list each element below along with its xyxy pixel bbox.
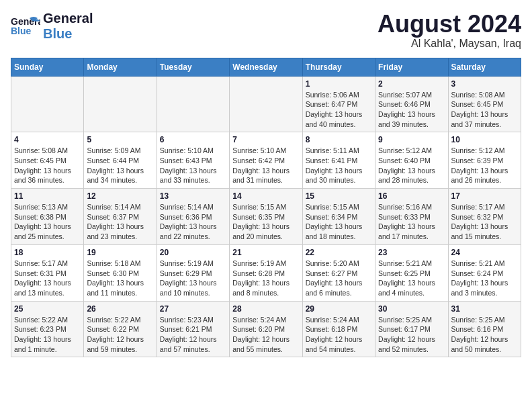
day-info: Sunrise: 5:09 AM Sunset: 6:44 PM Dayligh…: [87, 146, 153, 185]
day-info: Sunrise: 5:11 AM Sunset: 6:41 PM Dayligh…: [306, 146, 372, 185]
day-info: Sunrise: 5:12 AM Sunset: 6:39 PM Dayligh…: [451, 146, 518, 185]
calendar-week-row: 18Sunrise: 5:17 AM Sunset: 6:31 PM Dayli…: [11, 244, 521, 301]
day-number: 27: [160, 304, 226, 314]
calendar-table: SundayMondayTuesdayWednesdayThursdayFrid…: [11, 58, 521, 358]
day-number: 21: [232, 248, 299, 257]
day-info: Sunrise: 5:10 AM Sunset: 6:42 PM Dayligh…: [232, 146, 299, 185]
calendar-cell: 7Sunrise: 5:10 AM Sunset: 6:42 PM Daylig…: [230, 132, 302, 189]
calendar-cell: 14Sunrise: 5:15 AM Sunset: 6:35 PM Dayli…: [230, 189, 302, 245]
calendar-cell: 13Sunrise: 5:14 AM Sunset: 6:36 PM Dayli…: [157, 189, 229, 245]
location-title: Al Kahla', Maysan, Iraq: [378, 38, 521, 50]
day-number: 29: [306, 304, 372, 314]
weekday-header-row: SundayMondayTuesdayWednesdayThursdayFrid…: [11, 58, 521, 76]
calendar-cell: 31Sunrise: 5:25 AM Sunset: 6:16 PM Dayli…: [448, 301, 521, 357]
calendar-cell: 9Sunrise: 5:12 AM Sunset: 6:40 PM Daylig…: [375, 132, 448, 189]
calendar-cell: 17Sunrise: 5:17 AM Sunset: 6:32 PM Dayli…: [448, 189, 521, 245]
day-info: Sunrise: 5:17 AM Sunset: 6:32 PM Dayligh…: [451, 202, 518, 242]
logo-general: General: [43, 11, 93, 26]
calendar-cell: 6Sunrise: 5:10 AM Sunset: 6:43 PM Daylig…: [157, 132, 229, 189]
calendar-week-row: 11Sunrise: 5:13 AM Sunset: 6:38 PM Dayli…: [11, 189, 521, 245]
day-number: 17: [451, 191, 518, 201]
day-number: 22: [306, 248, 372, 257]
calendar-cell: 1Sunrise: 5:06 AM Sunset: 6:47 PM Daylig…: [302, 76, 375, 132]
calendar-cell: 19Sunrise: 5:18 AM Sunset: 6:30 PM Dayli…: [84, 244, 157, 301]
calendar-cell: 26Sunrise: 5:22 AM Sunset: 6:22 PM Dayli…: [84, 301, 157, 357]
day-info: Sunrise: 5:22 AM Sunset: 6:22 PM Dayligh…: [87, 315, 153, 355]
calendar-week-row: 4Sunrise: 5:08 AM Sunset: 6:45 PM Daylig…: [11, 132, 521, 189]
day-info: Sunrise: 5:06 AM Sunset: 6:47 PM Dayligh…: [306, 90, 372, 130]
logo-icon: General Blue: [11, 14, 40, 38]
calendar-cell: 25Sunrise: 5:22 AM Sunset: 6:23 PM Dayli…: [11, 301, 84, 357]
day-number: 5: [87, 135, 153, 144]
day-info: Sunrise: 5:10 AM Sunset: 6:43 PM Dayligh…: [160, 146, 226, 185]
day-number: 16: [378, 191, 445, 201]
calendar-cell: [11, 76, 84, 132]
day-number: 14: [232, 191, 299, 201]
calendar-cell: 29Sunrise: 5:24 AM Sunset: 6:18 PM Dayli…: [302, 301, 375, 357]
weekday-header-thursday: Thursday: [302, 58, 375, 76]
day-number: 25: [14, 304, 81, 314]
day-info: Sunrise: 5:08 AM Sunset: 6:45 PM Dayligh…: [14, 146, 81, 185]
logo: General Blue General Blue: [11, 11, 93, 42]
calendar-cell: [230, 76, 302, 132]
day-number: 3: [451, 79, 518, 89]
day-info: Sunrise: 5:23 AM Sunset: 6:21 PM Dayligh…: [160, 315, 226, 355]
weekday-header-sunday: Sunday: [11, 58, 84, 76]
day-number: 15: [306, 191, 372, 201]
day-number: 23: [378, 248, 445, 257]
day-number: 11: [14, 191, 81, 201]
calendar-cell: 22Sunrise: 5:20 AM Sunset: 6:27 PM Dayli…: [302, 244, 375, 301]
day-info: Sunrise: 5:19 AM Sunset: 6:28 PM Dayligh…: [232, 259, 299, 298]
day-number: 10: [451, 135, 518, 144]
day-info: Sunrise: 5:16 AM Sunset: 6:33 PM Dayligh…: [378, 202, 445, 242]
calendar-cell: 2Sunrise: 5:07 AM Sunset: 6:46 PM Daylig…: [375, 76, 448, 132]
day-number: 26: [87, 304, 153, 314]
day-info: Sunrise: 5:17 AM Sunset: 6:31 PM Dayligh…: [14, 259, 81, 298]
day-info: Sunrise: 5:12 AM Sunset: 6:40 PM Dayligh…: [378, 146, 445, 185]
svg-text:Blue: Blue: [11, 26, 32, 36]
day-info: Sunrise: 5:15 AM Sunset: 6:35 PM Dayligh…: [232, 202, 299, 242]
day-number: 7: [232, 135, 299, 144]
day-number: 13: [160, 191, 226, 201]
day-number: 19: [87, 248, 153, 257]
calendar-cell: 8Sunrise: 5:11 AM Sunset: 6:41 PM Daylig…: [302, 132, 375, 189]
calendar-cell: 15Sunrise: 5:15 AM Sunset: 6:34 PM Dayli…: [302, 189, 375, 245]
day-info: Sunrise: 5:22 AM Sunset: 6:23 PM Dayligh…: [14, 315, 81, 355]
day-info: Sunrise: 5:24 AM Sunset: 6:20 PM Dayligh…: [232, 315, 299, 355]
day-number: 31: [451, 304, 518, 314]
day-info: Sunrise: 5:19 AM Sunset: 6:29 PM Dayligh…: [160, 259, 226, 298]
day-info: Sunrise: 5:20 AM Sunset: 6:27 PM Dayligh…: [306, 259, 372, 298]
day-number: 20: [160, 248, 226, 257]
calendar-cell: 18Sunrise: 5:17 AM Sunset: 6:31 PM Dayli…: [11, 244, 84, 301]
calendar-cell: [84, 76, 157, 132]
weekday-header-monday: Monday: [84, 58, 157, 76]
calendar-cell: 5Sunrise: 5:09 AM Sunset: 6:44 PM Daylig…: [84, 132, 157, 189]
day-number: 24: [451, 248, 518, 257]
calendar-week-row: 25Sunrise: 5:22 AM Sunset: 6:23 PM Dayli…: [11, 301, 521, 357]
logo-blue: Blue: [43, 26, 93, 42]
calendar-cell: 16Sunrise: 5:16 AM Sunset: 6:33 PM Dayli…: [375, 189, 448, 245]
day-info: Sunrise: 5:08 AM Sunset: 6:45 PM Dayligh…: [451, 90, 518, 130]
calendar-cell: 30Sunrise: 5:25 AM Sunset: 6:17 PM Dayli…: [375, 301, 448, 357]
calendar-cell: [157, 76, 229, 132]
day-info: Sunrise: 5:15 AM Sunset: 6:34 PM Dayligh…: [306, 202, 372, 242]
weekday-header-wednesday: Wednesday: [230, 58, 302, 76]
calendar-cell: 27Sunrise: 5:23 AM Sunset: 6:21 PM Dayli…: [157, 301, 229, 357]
day-info: Sunrise: 5:13 AM Sunset: 6:38 PM Dayligh…: [14, 202, 81, 242]
title-area: August 2024 Al Kahla', Maysan, Iraq: [378, 11, 521, 50]
weekday-header-tuesday: Tuesday: [157, 58, 229, 76]
day-number: 6: [160, 135, 226, 144]
day-number: 9: [378, 135, 445, 144]
calendar-cell: 10Sunrise: 5:12 AM Sunset: 6:39 PM Dayli…: [448, 132, 521, 189]
day-number: 12: [87, 191, 153, 201]
month-title: August 2024: [378, 11, 521, 38]
calendar-cell: 24Sunrise: 5:21 AM Sunset: 6:24 PM Dayli…: [448, 244, 521, 301]
weekday-header-saturday: Saturday: [448, 58, 521, 76]
day-number: 28: [232, 304, 299, 314]
day-number: 30: [378, 304, 445, 314]
day-info: Sunrise: 5:25 AM Sunset: 6:17 PM Dayligh…: [378, 315, 445, 355]
calendar-cell: 21Sunrise: 5:19 AM Sunset: 6:28 PM Dayli…: [230, 244, 302, 301]
page-header: General Blue General Blue August 2024 Al…: [11, 11, 521, 50]
day-number: 18: [14, 248, 81, 257]
calendar-cell: 23Sunrise: 5:21 AM Sunset: 6:25 PM Dayli…: [375, 244, 448, 301]
